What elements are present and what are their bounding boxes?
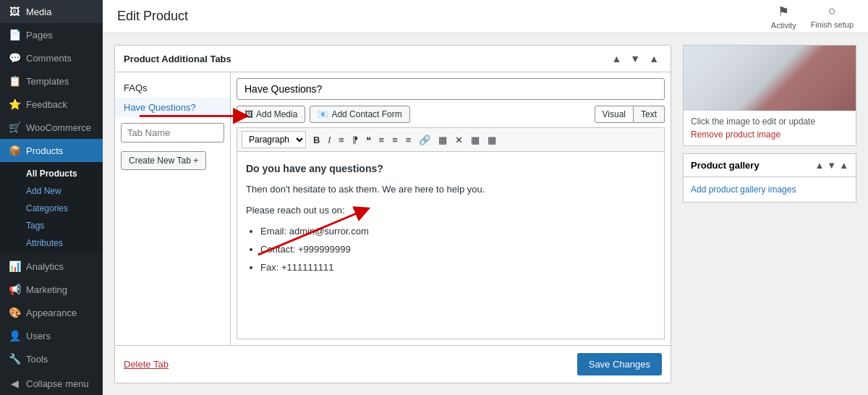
product-image-placeholder [684,46,856,111]
product-image-preview[interactable] [684,46,856,111]
activity-button[interactable]: ⚑ Activity [771,4,796,30]
sidebar-item-label: Tools [26,354,48,365]
sidebar-item-media[interactable]: 🖼 Media [0,0,103,23]
feedback-icon: ⭐ [9,98,20,110]
editor-content[interactable]: Do you have any questions? Then don't he… [237,151,665,339]
tab-title-input[interactable] [237,78,665,100]
sidebar-item-collapse[interactable]: ◀ Collapse menu [0,372,103,395]
sidebar-item-comments[interactable]: 💬 Comments [0,46,103,69]
gallery-down-button[interactable]: ▼ [827,160,836,171]
align-left-button[interactable]: ≡ [375,132,388,148]
add-gallery-images-link[interactable]: Add product gallery images [691,184,796,195]
product-image-actions: Click the image to edit or update Remove… [684,111,856,145]
tab-list: FAQs Have Questions? Create New Tab + [115,72,231,345]
pages-icon: 📄 [9,29,20,41]
widget-header: Product Additional Tabs ▲ ▼ ▲ [115,46,671,72]
submenu-attributes[interactable]: Attributes [0,234,103,252]
widget-collapse-up[interactable]: ▲ [608,51,624,66]
sidebar-item-tools[interactable]: 🔧 Tools [0,347,103,370]
submenu-all-products[interactable]: All Products [0,165,103,182]
list-item-email: Email: admin@surror.com [260,224,655,239]
text-button[interactable]: Text [634,106,665,123]
visual-text-toggle: Visual Text [595,106,665,123]
sidebar-item-analytics[interactable]: 📊 Analytics [0,255,103,278]
sidebar-item-label: Appearance [26,307,77,318]
content-heading: Do you have any questions? [246,161,655,177]
circle-icon: ○ [828,4,836,19]
products-icon: 📦 [9,145,20,156]
visual-button[interactable]: Visual [595,106,634,123]
bold-button[interactable]: B [310,132,323,148]
product-gallery-box: Product gallery ▲ ▼ ▲ Add product galler… [683,153,856,203]
sidebar-item-label: Media [26,7,51,17]
more-button[interactable]: ▦ [467,132,483,148]
flag-icon: ⚑ [778,4,789,20]
sidebar-item-label: Templates [26,76,69,87]
content-paragraph2: Please reach out us on: [246,203,655,218]
sidebar-item-products[interactable]: 📦 Products [0,139,103,162]
sidebar-item-pages[interactable]: 📄 Pages [0,23,103,46]
widget-title: Product Additional Tabs [124,54,231,64]
sidebar-item-label: Comments [26,53,72,64]
italic-button[interactable]: I [324,132,334,148]
finish-setup-button[interactable]: ○ Finish setup [811,4,854,29]
widget-footer: Delete Tab Save Changes [115,345,671,383]
comments-icon: 💬 [9,52,20,64]
link-button[interactable]: 🔗 [415,132,434,148]
products-submenu: All Products Add New Categories Tags Att… [0,162,103,255]
align-center-button[interactable]: ≡ [388,132,401,148]
fullscreen-button[interactable]: ✕ [451,132,467,148]
sidebar-item-appearance[interactable]: 🎨 Appearance [0,301,103,324]
grid-button[interactable]: ▦ [484,132,500,148]
woocommerce-icon: 🛒 [9,122,20,133]
gallery-toggle-button[interactable]: ▲ [839,160,848,171]
tab-item-faqs[interactable]: FAQs [115,78,230,98]
sidebar-item-templates[interactable]: 📋 Templates [0,69,103,93]
product-image-box: Click the image to edit or update Remove… [683,45,856,146]
submenu-add-new[interactable]: Add New [0,182,103,200]
list-item-fax: Fax: +111111111 [260,260,655,276]
gallery-controls: ▲ ▼ ▲ [814,160,848,171]
remove-product-image-link[interactable]: Remove product image [691,129,848,140]
save-changes-button[interactable]: Save Changes [577,353,662,375]
sidebar-item-feedback[interactable]: ⭐ Feedback [0,93,103,116]
submenu-categories[interactable]: Categories [0,200,103,217]
widget-collapse-down[interactable]: ▼ [627,51,643,66]
media-icon: 🖼 [9,6,20,17]
blockquote-button[interactable]: ❝ [362,132,375,148]
collapse-icon: ◀ [9,378,20,389]
create-tab-button[interactable]: Create New Tab + [121,151,206,170]
align-right-button[interactable]: ≡ [402,132,415,148]
page-title: Edit Product [117,9,188,24]
widget-toggle[interactable]: ▲ [646,51,662,66]
sidebar-item-marketing[interactable]: 📢 Marketing [0,278,103,301]
add-contact-icon: 📧 [318,109,328,119]
add-contact-button[interactable]: 📧 Add Contact Form [310,106,409,123]
topbar: Edit Product ⚑ Activity ○ Finish setup [103,0,868,33]
sidebar-item-label: Collapse menu [26,378,89,389]
delete-tab-button[interactable]: Delete Tab [124,359,169,370]
add-media-button[interactable]: 🖼 Add Media [237,106,305,123]
widget-controls: ▲ ▼ ▲ [608,51,662,66]
product-gallery-body: Add product gallery images [684,177,856,202]
content-paragraph1: Then don't hesitate to ask them. We are … [246,182,655,198]
analytics-icon: 📊 [9,260,20,272]
ol-button[interactable]: ⁋ [349,132,362,148]
submenu-tags[interactable]: Tags [0,217,103,234]
templates-icon: 📋 [9,75,20,87]
tab-item-have-questions[interactable]: Have Questions? [115,98,230,117]
format-select[interactable]: Paragraph [242,131,306,148]
gallery-up-button[interactable]: ▲ [814,160,824,171]
editor-format-bar: Paragraph B I ≡ ⁋ ❝ ≡ ≡ ≡ 🔗 ▦ [237,127,665,151]
sidebar-item-label: Feedback [26,99,67,110]
sidebar-item-users[interactable]: 👤 Users [0,324,103,347]
sidebar-item-label: Analytics [26,261,64,272]
tab-name-input[interactable] [121,123,224,143]
marketing-icon: 📢 [9,284,20,295]
users-icon: 👤 [9,330,20,341]
add-media-icon: 🖼 [244,109,253,119]
table-button[interactable]: ▦ [435,132,451,148]
ul-button[interactable]: ≡ [335,132,348,148]
sidebar-item-woocommerce[interactable]: 🛒 WooCommerce [0,116,103,139]
sidebar-item-label: Pages [26,30,53,41]
